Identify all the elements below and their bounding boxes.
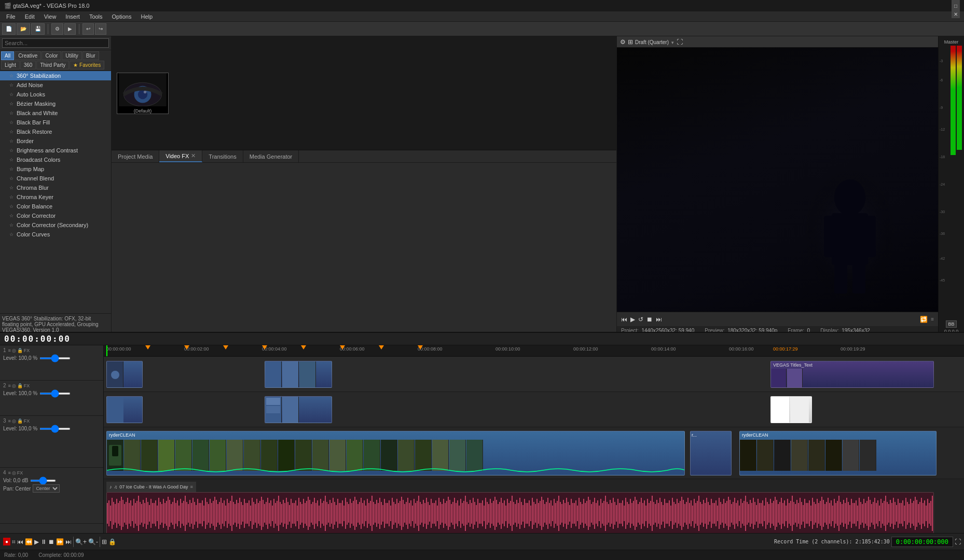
tl-pause-btn[interactable]: ⏸	[40, 538, 47, 545]
tab-media-generator[interactable]: Media Generator	[243, 150, 299, 162]
fx-item-9[interactable]: ☆ Broadcast Colors	[0, 155, 111, 164]
tl-stop-btn[interactable]: ⏹	[48, 538, 54, 545]
fx-item-16[interactable]: ☆ Color Corrector (Secondary)	[0, 220, 111, 230]
maximize-button[interactable]: □	[952, 2, 960, 10]
tl-record-btn[interactable]: ●	[3, 538, 10, 545]
save-button[interactable]: 💾	[31, 23, 45, 35]
tl-zoom-in-btn[interactable]: 🔍+	[75, 538, 87, 545]
fx-item-8[interactable]: ☆ Brightness and Contrast	[0, 146, 111, 155]
audio-waveform-clip[interactable]	[106, 492, 934, 533]
tab-transitions[interactable]: Transitions	[202, 150, 243, 162]
track-1-titles-clip[interactable]: VEGAS Titles_Text	[770, 361, 934, 388]
fx-item-13[interactable]: ☆ Chroma Keyer	[0, 192, 111, 202]
tl-play-btn[interactable]: ▶	[34, 538, 39, 545]
fx-tab-color[interactable]: Color	[42, 51, 61, 60]
tl-forward-btn[interactable]: ⏭	[65, 538, 72, 545]
menu-view[interactable]: View	[40, 12, 61, 21]
menu-help[interactable]: Help	[136, 12, 157, 21]
fx-item-14[interactable]: ☆ Color Balance	[0, 202, 111, 211]
fx-item-17[interactable]: ☆ Color Curves	[0, 230, 111, 239]
track-3-solo[interactable]: ◎	[12, 418, 16, 424]
tl-lock-btn[interactable]: 🔒	[108, 538, 116, 545]
fx-tab-thirdparty[interactable]: Third Party	[36, 61, 69, 69]
track-3-main-clip[interactable]: ryderCLEAN	[106, 431, 685, 475]
track-3-mute[interactable]: ≡	[8, 418, 11, 424]
track-2-mute[interactable]: ≡	[8, 383, 11, 388]
render-button[interactable]: ▶	[64, 23, 76, 35]
menu-options[interactable]: Options	[108, 12, 136, 21]
track-4-pan-select[interactable]: Center	[33, 484, 60, 493]
track-4-fx[interactable]: FX	[17, 470, 23, 475]
track-2-fx[interactable]: FX	[24, 383, 30, 388]
fx-item-11[interactable]: ☆ Channel Blend	[0, 174, 111, 183]
fx-item-4[interactable]: ☆ Black and White	[0, 108, 111, 118]
track-3-fx[interactable]: FX	[24, 418, 30, 424]
tl-snap-btn[interactable]: ⊞	[102, 538, 107, 545]
track-4-mute[interactable]: ≡	[8, 470, 11, 475]
fx-item-6[interactable]: ☆ Black Restore	[0, 127, 111, 136]
track-2-level-slider[interactable]	[39, 393, 71, 395]
track-2-solo[interactable]: ◎	[12, 383, 16, 388]
close-button[interactable]: ✕	[952, 10, 960, 18]
track-2-clip-1[interactable]	[106, 396, 143, 423]
master-vol-btn[interactable]: BB	[946, 320, 956, 328]
fx-item-5[interactable]: ☆ Black Bar Fill	[0, 118, 111, 127]
tl-prev-btn[interactable]: ⏪	[25, 538, 33, 545]
settings-button[interactable]: ⚙	[51, 23, 63, 35]
track-1-level-slider[interactable]	[39, 357, 71, 359]
play-btn[interactable]: ▶	[630, 316, 635, 323]
track-2-white-clip[interactable]	[770, 396, 812, 423]
fx-tab-utility[interactable]: Utility	[62, 51, 81, 60]
fx-tab-blur[interactable]: Blur	[82, 51, 99, 60]
preview-zoom-btn[interactable]: ⊞	[628, 38, 633, 46]
track-3-clip-2[interactable]: r...	[690, 431, 732, 475]
track-3-lock[interactable]: 🔒	[17, 418, 23, 424]
tab-video-fx[interactable]: Video FX ✕	[159, 150, 202, 162]
fx-item-2[interactable]: ☆ Auto Looks	[0, 90, 111, 99]
preview-fullscreen-btn[interactable]: ⛶	[677, 38, 683, 46]
track-1-fx[interactable]: FX	[24, 348, 30, 353]
menu-edit[interactable]: Edit	[21, 12, 39, 21]
stop-btn[interactable]: ⏹	[646, 316, 653, 323]
menu-file[interactable]: File	[2, 12, 20, 21]
track-1-solo[interactable]: ◎	[12, 348, 16, 353]
fx-search-input[interactable]	[2, 38, 109, 48]
redo-button[interactable]: ↪	[95, 23, 106, 35]
fx-item-12[interactable]: ☆ Chroma Blur	[0, 183, 111, 192]
fx-tab-favorites[interactable]: ★ Favorites	[70, 61, 104, 69]
track-3-clip-3[interactable]: ryderCLEAN	[739, 431, 937, 475]
track-1-clip-2[interactable]	[265, 361, 332, 388]
preview-settings-btn[interactable]: ⚙	[620, 38, 626, 46]
track-1-lock[interactable]: 🔒	[17, 348, 23, 353]
tl-next-btn[interactable]: ⏩	[56, 538, 64, 545]
track-1-mute[interactable]: ≡	[8, 348, 11, 353]
play-loop-btn[interactable]: ↺	[638, 316, 643, 323]
fx-tab-light[interactable]: Light	[1, 61, 20, 69]
open-button[interactable]: 📂	[17, 23, 30, 35]
fx-item-0[interactable]: ☆ 360° Stabilization	[0, 71, 111, 80]
tab-video-fx-close[interactable]: ✕	[191, 152, 196, 159]
fx-item-10[interactable]: ☆ Bump Map	[0, 164, 111, 174]
fx-item-3[interactable]: ☆ Bézier Masking	[0, 99, 111, 108]
fx-tab-all[interactable]: All	[1, 51, 14, 60]
tab-project-media[interactable]: Project Media	[112, 150, 159, 162]
new-button[interactable]: 📄	[2, 23, 16, 35]
tl-loop-region-btn[interactable]: ⌗	[12, 538, 16, 545]
fx-item-1[interactable]: ☆ Add Noise	[0, 80, 111, 90]
track-2-lock[interactable]: 🔒	[17, 383, 23, 388]
undo-button[interactable]: ↩	[82, 23, 94, 35]
prev-frame-btn[interactable]: ⏮	[621, 316, 627, 323]
tl-fullscreen-btn[interactable]: ⛶	[955, 538, 961, 545]
next-frame-btn[interactable]: ⏭	[656, 316, 662, 323]
fx-item-15[interactable]: ☆ Color Corrector	[0, 211, 111, 220]
tl-zoom-out-btn[interactable]: 🔍-	[88, 538, 98, 545]
track-3-level-slider[interactable]	[39, 428, 71, 430]
menu-tools[interactable]: Tools	[85, 12, 107, 21]
tl-rewind-btn[interactable]: ⏮	[17, 538, 23, 545]
fx-item-7[interactable]: ☆ Border	[0, 136, 111, 146]
track-2-clip-2[interactable]	[265, 396, 332, 423]
track-1-clip-1[interactable]	[106, 361, 143, 388]
menu-insert[interactable]: Insert	[61, 12, 84, 21]
fx-tab-creative[interactable]: Creative	[15, 51, 41, 60]
loop-btn[interactable]: 🔁	[920, 316, 928, 323]
